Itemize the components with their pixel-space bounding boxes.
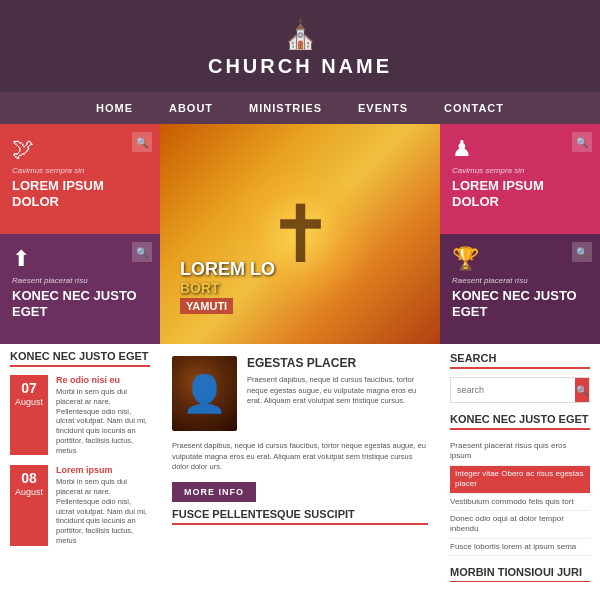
hero-line1: LOREM LO: [180, 259, 275, 280]
right-section2: MORBIN TIONSIOUI JURI: [450, 566, 590, 582]
article-content-2: Lorem ipsum Morbi in sem quis dui placer…: [56, 465, 150, 545]
right-block-1: 🔍 ♟ Cavimus sempra sin LOREM IPSUM DOLOR: [440, 124, 600, 234]
right-search-btn-1[interactable]: 🔍: [572, 132, 592, 152]
center-article: 👤 EGESTAS PLACER Praesent dapibus, neque…: [160, 344, 440, 582]
article-text-2: Morbi in sem quis dui placerat ar nare. …: [56, 477, 150, 545]
arrow-up-icon: ⬆: [12, 246, 148, 272]
article-date-1: 07 August: [10, 375, 48, 455]
articles-section-title: KONEC NEC JUSTO EGET: [10, 350, 150, 367]
search-bar: 🔍: [450, 377, 590, 403]
search-submit-button[interactable]: 🔍: [575, 378, 589, 402]
right-search-title: SEARCH: [450, 352, 590, 369]
center-article-inner: 👤 EGESTAS PLACER Praesent dapibus, neque…: [172, 356, 428, 431]
right-title-2: KONEC NEC JUSTO EGET: [452, 288, 588, 319]
hero-image: ✝ LOREM LO BORT YAMUTI: [160, 124, 440, 344]
right-list-item-2: Integer vitae Obero ac risus egestas pla…: [450, 466, 590, 494]
article-item-2: 08 August Lorem ipsum Morbi in sem quis …: [10, 465, 150, 545]
navigation: HOME ABOUT MINISTRIES EVENTS CONTACT: [0, 92, 600, 124]
right-sub-1: Cavimus sempra sin: [452, 166, 588, 175]
articles-section: KONEC NEC JUSTO EGET 07 August Re odio n…: [0, 344, 160, 562]
article-date-2: 08 August: [10, 465, 48, 545]
left-block-2: 🔍 ⬆ Raesent placerat risu KONEC NEC JUST…: [0, 234, 160, 344]
nav-item-ministries[interactable]: MINISTRIES: [231, 92, 340, 124]
center-article-body: Praesent dapibus, neque id cursus faucib…: [247, 375, 428, 407]
more-info-button[interactable]: MORE INFO: [172, 482, 256, 502]
cross-icon: ✝: [267, 188, 334, 281]
center-section2-title: FUSCE PELLENTESQUE SUSCIPIT: [172, 502, 428, 525]
left-sub-1: Cavimus sempra sin: [12, 166, 148, 175]
right-konec-title: KONEC NEC JUSTO EGET: [450, 413, 590, 430]
right-title-1: LOREM IPSUM DOLOR: [452, 178, 588, 209]
right-list-item-1: Praesent placerat risus quis eros ipsum: [450, 438, 590, 466]
right-sub-2: Raesent placerat risu: [452, 276, 588, 285]
nav-item-home[interactable]: HOME: [78, 92, 151, 124]
right-list-item-3: Vestibulum commodo felis quis tort: [450, 494, 590, 511]
left-block-1: 🔍 🕊 Cavimus sempra sin LOREM IPSUM DOLOR: [0, 124, 160, 234]
jesus-figure-icon: 👤: [182, 373, 227, 415]
left-search-btn-1[interactable]: 🔍: [132, 132, 152, 152]
article-item-1: 07 August Re odio nisi eu Morbi in sem q…: [10, 375, 150, 455]
main-layout: 🔍 🕊 Cavimus sempra sin LOREM IPSUM DOLOR…: [0, 124, 600, 582]
left-search-btn-2[interactable]: 🔍: [132, 242, 152, 262]
hero-line3: YAMUTI: [180, 298, 233, 314]
nav-item-events[interactable]: EVENTS: [340, 92, 426, 124]
church-icon: ⛪: [283, 18, 318, 51]
right-list-item-4: Donec odio oqui at dolor tempor inbendu: [450, 511, 590, 539]
hero-line2: BORT: [180, 280, 275, 296]
right-content: SEARCH 🔍 KONEC NEC JUSTO EGET Praesent p…: [440, 344, 600, 582]
church-name: CHURCH NAME: [208, 55, 392, 78]
left-sidebar: 🔍 🕊 Cavimus sempra sin LOREM IPSUM DOLOR…: [0, 124, 160, 582]
chalice-icon: 🏆: [452, 246, 588, 272]
nav-item-about[interactable]: ABOUT: [151, 92, 231, 124]
right-sidebar: 🔍 ♟ Cavimus sempra sin LOREM IPSUM DOLOR…: [440, 124, 600, 582]
right-list-item-5: Fusce lobortis lorem at ipsum sema: [450, 539, 590, 556]
right-morbin-title: MORBIN TIONSIOUI JURI: [450, 566, 590, 582]
center-article-text: EGESTAS PLACER Praesent dapibus, neque i…: [247, 356, 428, 431]
right-block-2: 🔍 🏆 Raesent placerat risu KONEC NEC JUST…: [440, 234, 600, 344]
right-search-btn-2[interactable]: 🔍: [572, 242, 592, 262]
search-input[interactable]: [451, 381, 575, 399]
header: ⛪ CHURCH NAME: [0, 0, 600, 92]
center-article-title: EGESTAS PLACER: [247, 356, 428, 370]
left-title-1: LOREM IPSUM DOLOR: [12, 178, 148, 209]
article-heading-1: Re odio nisi eu: [56, 375, 150, 385]
center-article-body2: Praesent dapibus, neque id cursus faucib…: [172, 441, 428, 473]
dove-icon: 🕊: [12, 136, 148, 162]
nav-item-contact[interactable]: CONTACT: [426, 92, 522, 124]
left-sub-2: Raesent placerat risu: [12, 276, 148, 285]
chess-piece-icon: ♟: [452, 136, 588, 162]
article-content-1: Re odio nisi eu Morbi in sem quis dui pl…: [56, 375, 150, 455]
article-heading-2: Lorem ipsum: [56, 465, 150, 475]
left-title-2: KONEC NEC JUSTO EGET: [12, 288, 148, 319]
article-text-1: Morbi in sem quis dui placerat ar nare. …: [56, 387, 150, 455]
article-image: 👤: [172, 356, 237, 431]
center-content: ✝ LOREM LO BORT YAMUTI 👤 EGESTAS PLACER …: [160, 124, 440, 582]
hero-text-overlay: LOREM LO BORT YAMUTI: [180, 259, 275, 314]
